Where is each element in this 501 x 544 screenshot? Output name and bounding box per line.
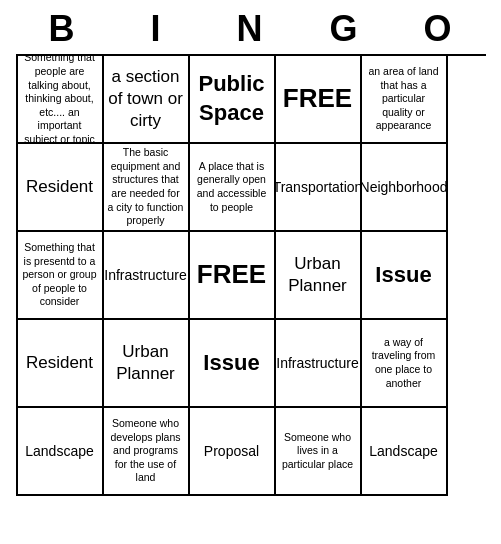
bingo-cell-14: Issue [362, 232, 448, 320]
bingo-cell-9: Neighborhood [362, 144, 448, 232]
bingo-cell-2: Public Space [190, 56, 276, 144]
bingo-grid: Something that people are talking about,… [16, 54, 486, 496]
bingo-cell-17: Issue [190, 320, 276, 408]
bingo-cell-10: Something that is presentd to a person o… [18, 232, 104, 320]
bingo-cell-6: The basic equipment and structures that … [104, 144, 190, 232]
bingo-cell-21: Someone who develops plans and programs … [104, 408, 190, 496]
bingo-cell-1: a section of town or cirty [104, 56, 190, 144]
bingo-cell-8: Transportation [276, 144, 362, 232]
bingo-cell-18: Infrastructure [276, 320, 362, 408]
bingo-cell-7: A place that is generally open and acces… [190, 144, 276, 232]
bingo-cell-3: FREE [276, 56, 362, 144]
bingo-cell-24: Landscape [362, 408, 448, 496]
bingo-cell-5: Resident [18, 144, 104, 232]
bingo-cell-13: Urban Planner [276, 232, 362, 320]
bingo-cell-16: Urban Planner [104, 320, 190, 408]
bingo-cell-12: FREE [190, 232, 276, 320]
title-b: B [20, 8, 106, 50]
title-o: O [396, 8, 482, 50]
title-i: I [114, 8, 200, 50]
bingo-cell-19: a way of traveling from one place to ano… [362, 320, 448, 408]
bingo-cell-4: an area of land that has a particular qu… [362, 56, 448, 144]
bingo-cell-22: Proposal [190, 408, 276, 496]
bingo-title: B I N G O [16, 0, 486, 54]
title-g: G [302, 8, 388, 50]
title-n: N [208, 8, 294, 50]
bingo-cell-11: Infrastructure [104, 232, 190, 320]
bingo-cell-15: Resident [18, 320, 104, 408]
bingo-cell-23: Someone who lives in a particular place [276, 408, 362, 496]
bingo-cell-20: Landscape [18, 408, 104, 496]
bingo-cell-0: Something that people are talking about,… [18, 56, 104, 144]
